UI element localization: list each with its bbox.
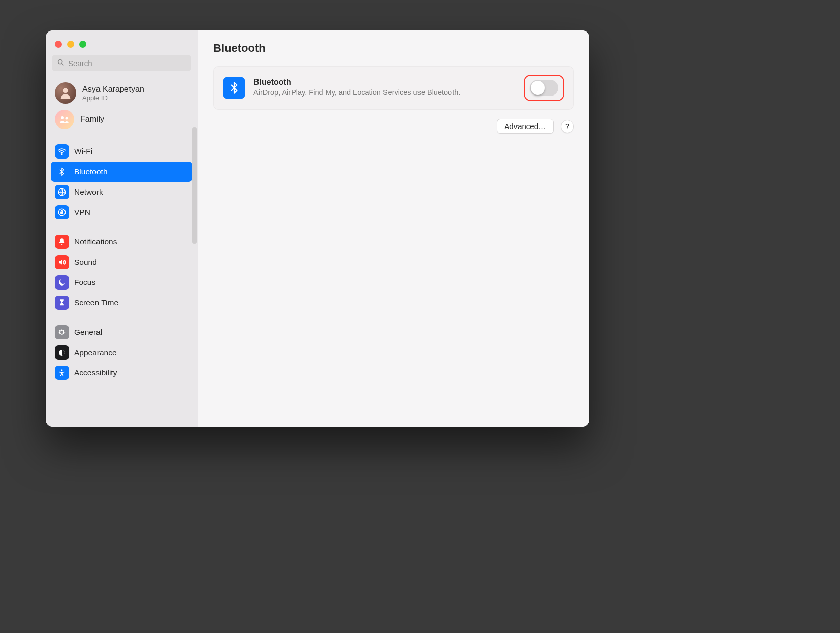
- sidebar-item-label: Focus: [74, 278, 95, 287]
- page-title: Bluetooth: [213, 42, 574, 55]
- vpn-icon: [55, 205, 69, 219]
- svg-point-5: [61, 154, 62, 155]
- sidebar-item-bluetooth[interactable]: Bluetooth: [51, 162, 192, 182]
- svg-point-4: [66, 117, 68, 120]
- sidebar-item-label: Bluetooth: [74, 167, 108, 176]
- bluetooth-icon: [55, 165, 69, 179]
- accessibility-icon: [55, 366, 69, 380]
- bluetooth-card-desc: AirDrop, AirPlay, Find My, and Location …: [253, 88, 482, 98]
- toggle-knob: [531, 81, 545, 95]
- bluetooth-card-title: Bluetooth: [253, 78, 515, 87]
- window-controls: [46, 36, 198, 55]
- sidebar-item-label: Notifications: [74, 237, 117, 246]
- sidebar-item-accessibility[interactable]: Accessibility: [51, 363, 192, 383]
- actions-row: Advanced… ?: [213, 119, 574, 134]
- sidebar-item-sound[interactable]: Sound: [51, 252, 192, 272]
- sidebar-item-apple-id[interactable]: Asya Karapetyan Apple ID: [51, 79, 192, 107]
- bell-icon: [55, 235, 69, 249]
- bluetooth-icon: [223, 77, 245, 99]
- sidebar-item-wifi[interactable]: Wi-Fi: [51, 141, 192, 162]
- svg-point-0: [58, 60, 62, 64]
- search-input[interactable]: [52, 55, 191, 71]
- sidebar-item-family[interactable]: Family: [51, 107, 192, 132]
- sidebar-item-general[interactable]: General: [51, 322, 192, 342]
- svg-point-10: [61, 369, 63, 371]
- sidebar-item-label: Accessibility: [74, 368, 117, 377]
- bluetooth-toggle[interactable]: [530, 80, 558, 96]
- sidebar-scroll[interactable]: Asya Karapetyan Apple ID Family: [46, 76, 198, 427]
- sidebar-item-network[interactable]: Network: [51, 182, 192, 202]
- profile-subtitle: Apple ID: [82, 94, 144, 102]
- sidebar-group-alerts: Notifications Sound Focus: [51, 232, 192, 313]
- maximize-button[interactable]: [79, 41, 86, 48]
- sidebar-scrollbar[interactable]: [192, 127, 197, 244]
- search-icon: [57, 58, 65, 67]
- toggle-highlight-annotation: [524, 75, 564, 101]
- sidebar-account-group: Asya Karapetyan Apple ID Family: [51, 79, 192, 132]
- sidebar-item-screen-time[interactable]: Screen Time: [51, 293, 192, 313]
- sidebar-item-focus[interactable]: Focus: [51, 272, 192, 293]
- sidebar-item-label: Network: [74, 187, 103, 197]
- profile-name: Asya Karapetyan: [82, 84, 144, 94]
- bluetooth-card: Bluetooth AirDrop, AirPlay, Find My, and…: [213, 66, 574, 110]
- speaker-icon: [55, 255, 69, 269]
- svg-point-3: [61, 116, 64, 119]
- sidebar-item-label: Screen Time: [74, 298, 118, 307]
- sidebar-item-notifications[interactable]: Notifications: [51, 232, 192, 252]
- moon-icon: [55, 275, 69, 290]
- family-label: Family: [80, 114, 104, 124]
- user-avatar-icon: [55, 82, 76, 104]
- sidebar-item-label: Wi-Fi: [74, 147, 92, 156]
- sidebar-item-label: General: [74, 328, 102, 337]
- wifi-icon: [55, 144, 69, 159]
- sidebar-group-system: General Appearance Accessibility: [51, 322, 192, 383]
- appearance-icon: [55, 345, 69, 360]
- family-avatar-icon: [55, 110, 74, 129]
- svg-point-2: [63, 88, 68, 93]
- hourglass-icon: [55, 296, 69, 310]
- bluetooth-card-text: Bluetooth AirDrop, AirPlay, Find My, and…: [253, 78, 515, 98]
- sidebar-item-label: Sound: [74, 258, 97, 267]
- sidebar-item-label: Appearance: [74, 348, 117, 357]
- main-content: Bluetooth Bluetooth AirDrop, AirPlay, Fi…: [198, 30, 589, 427]
- sidebar: Asya Karapetyan Apple ID Family: [46, 30, 198, 427]
- svg-line-1: [62, 64, 64, 66]
- sidebar-item-vpn[interactable]: VPN: [51, 202, 192, 223]
- svg-rect-8: [61, 212, 63, 214]
- close-button[interactable]: [55, 41, 62, 48]
- gear-icon: [55, 325, 69, 339]
- sidebar-item-label: VPN: [74, 208, 90, 217]
- sidebar-item-appearance[interactable]: Appearance: [51, 342, 192, 363]
- advanced-button[interactable]: Advanced…: [497, 119, 554, 134]
- minimize-button[interactable]: [67, 41, 74, 48]
- system-settings-window: Asya Karapetyan Apple ID Family: [46, 30, 589, 427]
- help-button[interactable]: ?: [561, 120, 574, 133]
- sidebar-group-network: Wi-Fi Bluetooth Network: [51, 141, 192, 223]
- globe-icon: [55, 185, 69, 199]
- search-wrap: [46, 55, 198, 76]
